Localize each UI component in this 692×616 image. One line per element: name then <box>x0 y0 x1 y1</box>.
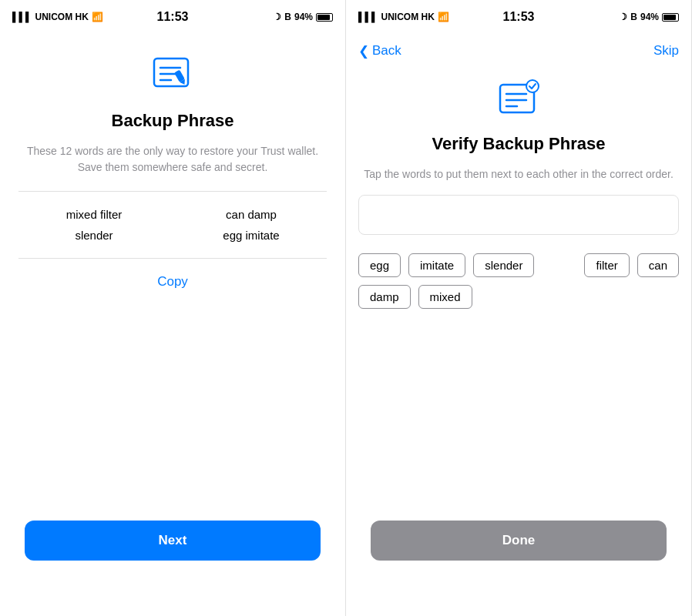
phrase-col1: mixed filterslender <box>18 204 170 246</box>
bluetooth-icon-right: B <box>630 12 637 22</box>
word-chip-egg[interactable]: egg <box>358 253 401 277</box>
carrier-left: UNICOM HK <box>35 12 89 22</box>
right-content: Verify Backup Phrase Tap the words to pu… <box>346 68 691 508</box>
phrase-words-col1: mixed filterslender <box>66 204 123 246</box>
battery-icon-left <box>316 13 333 22</box>
phrase-container: mixed filterslender can dampegg imitate <box>18 191 327 259</box>
verify-icon <box>494 75 543 125</box>
skip-button[interactable]: Skip <box>653 43 679 59</box>
svg-point-10 <box>526 80 539 92</box>
signal-icon: ▌▌▌ <box>12 12 32 22</box>
word-chip-can[interactable]: can <box>637 253 679 277</box>
word-chip-filter[interactable]: filter <box>584 253 629 277</box>
left-screen: ▌▌▌ UNICOM HK 📶 11:53 ☽ B 94% <box>0 0 346 616</box>
time-left: 11:53 <box>157 10 189 24</box>
right-screen: ▌▌▌ UNICOM HK 📶 11:53 ☽ B 94% ❮ Back Ski… <box>346 0 692 616</box>
backup-phrase-icon <box>148 49 197 99</box>
wifi-icon-right: 📶 <box>438 12 449 22</box>
status-right-left: ☽ B 94% <box>273 12 333 22</box>
nav-bar: ❮ Back Skip <box>346 34 691 68</box>
chevron-left-icon: ❮ <box>358 43 369 59</box>
bluetooth-icon-left: B <box>284 12 291 22</box>
signal-icon-right: ▌▌▌ <box>358 12 378 22</box>
left-title: Backup Phrase <box>112 111 234 131</box>
status-right-right: ☽ B 94% <box>619 12 679 22</box>
time-right: 11:53 <box>503 10 535 24</box>
battery-icon-right <box>662 13 679 22</box>
next-button[interactable]: Next <box>25 521 321 561</box>
done-button[interactable]: Done <box>371 521 667 561</box>
word-chip-imitate[interactable]: imitate <box>408 253 465 277</box>
right-description: Tap the words to put them next to each o… <box>364 166 674 182</box>
word-chip-mixed[interactable]: mixed <box>418 285 472 309</box>
word-chips-area: egg imitate slender filter can damp mixe… <box>358 247 679 315</box>
status-bar-right: ▌▌▌ UNICOM HK 📶 11:53 ☽ B 94% <box>346 0 691 34</box>
back-label: Back <box>372 43 401 59</box>
word-chip-slender[interactable]: slender <box>473 253 534 277</box>
copy-button[interactable]: Copy <box>157 274 188 290</box>
left-content: Backup Phrase These 12 words are the onl… <box>0 34 345 508</box>
phrase-words-col2: can dampegg imitate <box>223 204 279 246</box>
back-button[interactable]: ❮ Back <box>358 43 401 59</box>
phrase-grid: mixed filterslender can dampegg imitate <box>18 204 327 246</box>
status-left-right: ▌▌▌ UNICOM HK 📶 <box>358 12 449 22</box>
wifi-icon-left: 📶 <box>92 12 103 22</box>
carrier-right: UNICOM HK <box>381 12 435 22</box>
moon-icon-right: ☽ <box>619 12 627 22</box>
left-bottom: Next <box>0 508 345 616</box>
word-drop-zone[interactable] <box>358 195 679 235</box>
phrase-col2: can dampegg imitate <box>176 204 327 246</box>
status-bar-left: ▌▌▌ UNICOM HK 📶 11:53 ☽ B 94% <box>0 0 345 34</box>
word-chip-damp[interactable]: damp <box>358 285 411 309</box>
left-description: These 12 words are the only way to resto… <box>27 143 318 176</box>
right-bottom: Done <box>346 508 691 616</box>
moon-icon-left: ☽ <box>273 12 281 22</box>
battery-pct-left: 94% <box>294 12 313 22</box>
battery-pct-right: 94% <box>640 12 659 22</box>
status-left: ▌▌▌ UNICOM HK 📶 <box>12 12 103 22</box>
right-title: Verify Backup Phrase <box>432 134 605 154</box>
